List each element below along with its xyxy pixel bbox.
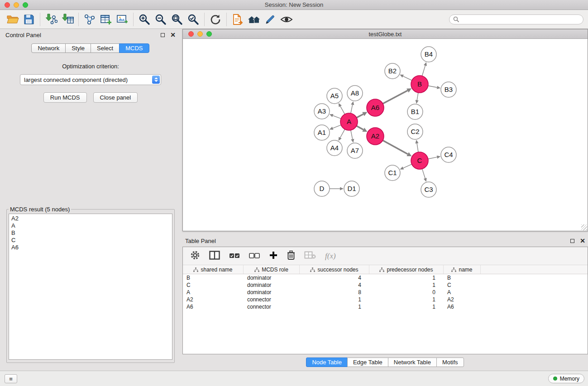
network-graph[interactable]: B4B2BB3A5A8A6A3B1AC2A1A2A4A7C4CC1DD1C3: [183, 39, 588, 231]
graph-edge[interactable]: [417, 93, 418, 100]
zoom-window-button[interactable]: [23, 2, 28, 8]
minimize-network-window-button[interactable]: [197, 31, 203, 37]
result-item[interactable]: C: [11, 237, 170, 244]
run-mcds-button[interactable]: Run MCDS: [43, 92, 87, 103]
graph-node-label: C4: [444, 151, 453, 158]
graph-edge[interactable]: [351, 105, 353, 113]
close-panel-icon[interactable]: ✕: [170, 33, 176, 37]
table-cell: 1: [369, 281, 444, 289]
graph-edge[interactable]: [428, 86, 437, 88]
column-header[interactable]: successor nodes: [300, 265, 369, 274]
function-builder-icon[interactable]: f(x): [325, 252, 336, 261]
result-item[interactable]: A: [11, 222, 170, 229]
table-settings-icon[interactable]: [190, 250, 200, 262]
table-cell: B: [444, 274, 481, 281]
column-header[interactable]: name: [444, 265, 481, 274]
graph-edge[interactable]: [333, 125, 341, 128]
graph-edge[interactable]: [351, 130, 353, 139]
toolbar-separator: [133, 13, 134, 26]
graph-edge[interactable]: [383, 91, 408, 104]
table-tabs: Node TableEdge TableNetwork TableMotifs: [182, 357, 588, 367]
tab-edge-table[interactable]: Edge Table: [347, 357, 388, 367]
table-cell: A: [183, 289, 244, 296]
table-row[interactable]: Adominator80A: [183, 289, 588, 296]
delete-column-icon[interactable]: [287, 250, 295, 262]
show-columns-icon[interactable]: [209, 251, 220, 262]
graph-edge[interactable]: [340, 129, 345, 138]
save-session-icon[interactable]: [21, 12, 37, 27]
tab-network-table[interactable]: Network Table: [388, 357, 437, 367]
import-table-icon[interactable]: [59, 12, 76, 27]
paint-icon[interactable]: [262, 12, 278, 27]
graph-edge[interactable]: [340, 106, 345, 114]
new-table-icon[interactable]: [98, 12, 114, 27]
table-cell: 1: [300, 296, 369, 303]
refresh-icon[interactable]: [207, 12, 224, 27]
search-input[interactable]: [459, 16, 579, 23]
column-header[interactable]: shared name: [183, 265, 244, 274]
mcds-result-box: MCDS result (5 nodes) A2ABCA6: [6, 206, 175, 363]
tab-network[interactable]: Network: [31, 43, 66, 53]
mcds-result-list[interactable]: A2ABCA6: [9, 214, 172, 360]
float-table-panel-icon[interactable]: [570, 239, 574, 243]
criterion-dropdown[interactable]: largest connected component (directed): [20, 74, 161, 85]
graph-edge[interactable]: [383, 140, 408, 154]
search-box[interactable]: [449, 14, 583, 24]
column-header[interactable]: predecessor nodes: [369, 265, 444, 274]
table-header-row: shared nameMCDS rolesuccessor nodesprede…: [183, 265, 588, 274]
minimize-window-button[interactable]: [14, 2, 19, 8]
result-item[interactable]: A2: [11, 215, 170, 222]
graph-edge[interactable]: [417, 143, 418, 152]
toolbar-separator: [78, 13, 79, 26]
graph-edge[interactable]: [357, 114, 363, 118]
graph-edge[interactable]: [357, 126, 363, 129]
result-item[interactable]: A6: [11, 244, 170, 251]
open-document-icon[interactable]: [229, 12, 246, 27]
graph-edge[interactable]: [428, 157, 437, 159]
export-image-icon[interactable]: [114, 12, 130, 27]
table-row[interactable]: Bdominator41B: [183, 274, 588, 281]
deselect-all-rows-icon[interactable]: [249, 252, 260, 260]
close-network-window-button[interactable]: [188, 31, 194, 37]
open-session-icon[interactable]: [5, 12, 21, 27]
network-from-selection-icon[interactable]: [81, 12, 98, 27]
task-history-button[interactable]: ≡: [5, 374, 17, 383]
graph-edge[interactable]: [403, 76, 411, 80]
table-row[interactable]: A2connector11A2: [183, 296, 588, 303]
memory-button[interactable]: Memory: [548, 374, 584, 383]
resize-grip[interactable]: [581, 224, 587, 230]
tab-select[interactable]: Select: [91, 43, 120, 53]
graph-edge-arrow: [340, 187, 344, 190]
delete-table-icon[interactable]: [304, 251, 316, 261]
show-hide-icon[interactable]: [278, 12, 295, 27]
zoom-out-icon[interactable]: [153, 12, 169, 27]
graph-edge[interactable]: [422, 169, 425, 178]
result-item[interactable]: B: [11, 229, 170, 237]
close-table-panel-icon[interactable]: ✕: [580, 238, 585, 243]
tab-motifs[interactable]: Motifs: [436, 357, 464, 367]
close-window-button[interactable]: [5, 2, 10, 8]
network-window-titlebar[interactable]: testGlobe.txt: [183, 29, 588, 39]
graph-edge[interactable]: [422, 66, 425, 76]
tab-mcds[interactable]: MCDS: [119, 43, 149, 53]
zoom-selected-icon[interactable]: [185, 12, 201, 27]
zoom-network-window-button[interactable]: [206, 31, 212, 37]
column-header[interactable]: MCDS role: [244, 265, 300, 274]
import-network-icon[interactable]: [43, 12, 59, 27]
close-panel-button[interactable]: Close panel: [93, 92, 138, 103]
zoom-fit-icon[interactable]: [169, 12, 185, 27]
zoom-in-icon[interactable]: [136, 12, 153, 27]
table-row[interactable]: A6connector11A6: [183, 303, 588, 310]
table-row[interactable]: Cdominator41C: [183, 281, 588, 289]
select-all-rows-icon[interactable]: [229, 252, 240, 260]
graph-edge-arrow: [415, 140, 418, 143]
tab-style[interactable]: Style: [65, 43, 91, 53]
graph-edge[interactable]: [403, 164, 412, 168]
network-canvas[interactable]: B4B2BB3A5A8A6A3B1AC2A1A2A4A7C4CC1DD1C3: [183, 39, 588, 231]
tab-node-table[interactable]: Node Table: [306, 357, 348, 367]
float-panel-icon[interactable]: [161, 33, 165, 37]
add-column-icon[interactable]: [269, 251, 278, 262]
graph-edge[interactable]: [333, 115, 341, 119]
home-icon[interactable]: [246, 12, 262, 27]
table-cell: 1: [369, 303, 444, 310]
